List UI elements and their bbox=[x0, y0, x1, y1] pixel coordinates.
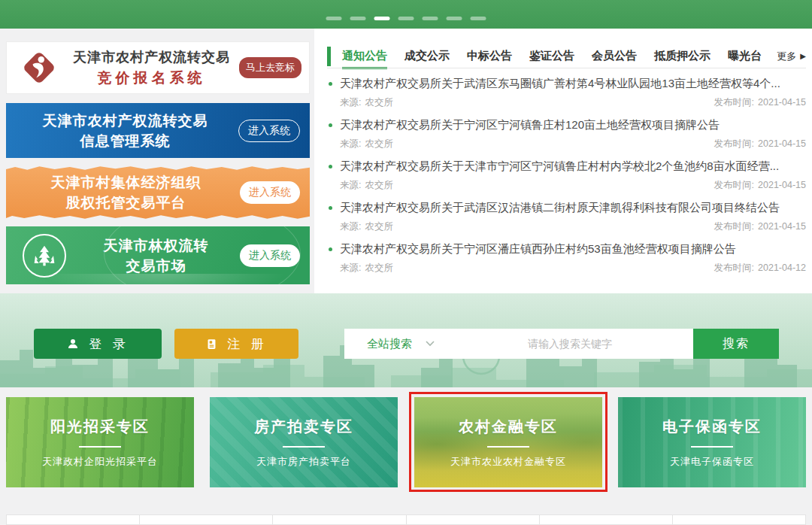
bid-panel-title-line1: 天津市农村产权流转交易 bbox=[64, 48, 239, 66]
zone-divider bbox=[487, 446, 529, 448]
notice-tab[interactable]: 通知公告 bbox=[342, 44, 387, 68]
go-bid-button[interactable]: 马上去竞标 bbox=[239, 57, 301, 78]
news-source: 来源:农交所 bbox=[340, 262, 393, 275]
notice-tabbar: 通知公告成交公示中标公告鉴证公告会员公告抵质押公示曝光台 更多 ▶ bbox=[327, 44, 806, 68]
info-panel-title: 天津市农村产权流转交易 信息管理系统 bbox=[6, 111, 238, 151]
tab-divider bbox=[327, 68, 806, 68]
news-title-link[interactable]: 天津农村产权交易所关于宁河区宁河镇鲁庄村120亩土地经营权项目摘牌公告 bbox=[327, 114, 806, 135]
homepage: 天津市农村产权流转交易 竞价报名系统 马上去竞标 天津市农村产权流转交易 信息管… bbox=[0, 0, 812, 525]
carousel-dots bbox=[326, 17, 486, 20]
news-publish-time: 发布时间:2021-04-15 bbox=[714, 138, 806, 150]
news-source: 来源:农交所 bbox=[340, 96, 393, 109]
bullet-icon bbox=[329, 206, 332, 210]
news-meta: 来源:农交所发布时间:2021-04-15 bbox=[327, 135, 806, 152]
news-source-label: 来源: bbox=[340, 138, 361, 149]
zone-divider bbox=[79, 446, 121, 448]
carousel-banner[interactable] bbox=[0, 0, 812, 29]
news-source-label: 来源: bbox=[340, 221, 361, 232]
chevron-down-icon bbox=[426, 341, 435, 347]
notice-tab[interactable]: 抵质押公示 bbox=[654, 44, 710, 68]
enter-equity-system-button[interactable]: 进入系统 bbox=[240, 181, 300, 204]
news-date: 2021-04-12 bbox=[758, 262, 806, 273]
news-item: 天津农村产权交易所关于宁河区宁河镇鲁庄村120亩土地经营权项目摘牌公告来源:农交… bbox=[327, 114, 806, 152]
footer-link-cell[interactable] bbox=[406, 514, 540, 525]
footer-link-cell[interactable] bbox=[272, 514, 406, 525]
carousel-dot[interactable] bbox=[374, 17, 390, 20]
register-label: 注 册 bbox=[227, 335, 268, 353]
zone-divider bbox=[691, 446, 733, 448]
news-item: 天津农村产权交易所关于武清区东马圈镇广善村第4号林业队园地13亩土地经营权等4个… bbox=[327, 73, 806, 111]
zone-card-rural-finance[interactable]: 农村金融专区 天津市农业农村金融专区 bbox=[414, 397, 602, 487]
equity-panel-title: 天津市村集体经济组织 股权托管交易平台 bbox=[6, 172, 240, 213]
notice-tab[interactable]: 中标公告 bbox=[467, 44, 512, 68]
info-system-panel[interactable]: 天津市农村产权流转交易 信息管理系统 进入系统 bbox=[6, 103, 310, 158]
zone-subtitle: 天津市农业农村金融专区 bbox=[450, 455, 566, 469]
notice-tabs: 通知公告成交公示中标公告鉴证公告会员公告抵质押公示曝光台 bbox=[342, 44, 762, 68]
bid-panel-title-line2: 竞价报名系统 bbox=[64, 68, 239, 88]
carousel-dot[interactable] bbox=[350, 17, 366, 20]
footer-link-cell[interactable] bbox=[672, 514, 806, 525]
search-box: 全站搜索 bbox=[344, 329, 693, 359]
bullet-icon bbox=[329, 247, 332, 251]
search-bar: 全站搜索 搜索 bbox=[344, 329, 779, 359]
zone-divider bbox=[283, 446, 325, 448]
news-publish-time: 发布时间:2021-04-15 bbox=[714, 220, 806, 233]
news-title: 天津农村产权交易所关于宁河区潘庄镇西孙庄村约53亩鱼池经营权项目摘牌公告 bbox=[340, 242, 736, 256]
zone-subtitle: 天津政村企阳光招采平台 bbox=[42, 455, 158, 469]
bid-signup-panel[interactable]: 天津市农村产权流转交易 竞价报名系统 马上去竞标 bbox=[6, 41, 310, 94]
carousel-dot[interactable] bbox=[447, 17, 462, 20]
news-time-label: 发布时间: bbox=[714, 221, 754, 232]
tabbar-accent-bar bbox=[327, 47, 331, 66]
news-publish-time: 发布时间:2021-04-15 bbox=[714, 96, 806, 109]
footer-link-cell[interactable] bbox=[539, 514, 673, 525]
brand-diamond-icon bbox=[14, 47, 64, 89]
footer-link-row bbox=[6, 514, 806, 525]
footer-link-cell[interactable] bbox=[6, 514, 140, 525]
enter-forest-market-button[interactable]: 进入系统 bbox=[240, 244, 300, 267]
more-link[interactable]: 更多 ▶ bbox=[777, 50, 806, 63]
more-label: 更多 bbox=[777, 50, 796, 63]
carousel-dot[interactable] bbox=[423, 17, 438, 20]
zone-card-sunshine-procurement[interactable]: 阳光招采专区 天津政村企阳光招采平台 bbox=[6, 397, 194, 487]
news-source-value: 农交所 bbox=[365, 138, 393, 149]
notice-tab[interactable]: 曝光台 bbox=[728, 44, 762, 68]
login-button[interactable]: 登 录 bbox=[34, 329, 162, 359]
forest-tree-icon bbox=[23, 234, 66, 278]
news-title-link[interactable]: 天津农村产权交易所关于武清区东马圈镇广善村第4号林业队园地13亩土地经营权等4个… bbox=[327, 73, 806, 94]
news-source-value: 农交所 bbox=[365, 221, 393, 232]
search-scope-dropdown[interactable]: 全站搜索 bbox=[344, 337, 447, 351]
zone-card-e-guarantee[interactable]: 电子保函专区 天津电子保函专区 bbox=[618, 397, 806, 487]
news-title-link[interactable]: 天津农村产权交易所关于武清区汉沽港镇二街村原天津凯得利科技有限公司项目终结公告 bbox=[327, 197, 806, 218]
news-date: 2021-04-15 bbox=[758, 221, 806, 232]
footer-link-cell[interactable] bbox=[139, 514, 273, 525]
zone-card-real-estate-auction[interactable]: 房产拍卖专区 天津市房产拍卖平台 bbox=[210, 397, 398, 487]
news-meta: 来源:农交所发布时间:2021-04-15 bbox=[327, 94, 806, 111]
news-title-link[interactable]: 天津农村产权交易所关于天津市宁河区宁河镇鲁庄村村内学校北2个鱼池约8亩水面经营.… bbox=[327, 156, 806, 177]
news-item: 天津农村产权交易所关于武清区汉沽港镇二街村原天津凯得利科技有限公司项目终结公告来… bbox=[327, 197, 806, 235]
news-source-label: 来源: bbox=[340, 97, 361, 108]
bullet-icon bbox=[329, 165, 332, 168]
zone-title: 阳光招采专区 bbox=[50, 417, 150, 437]
search-input[interactable] bbox=[447, 338, 693, 350]
news-item: 天津农村产权交易所关于宁河区潘庄镇西孙庄村约53亩鱼池经营权项目摘牌公告来源:农… bbox=[327, 238, 806, 276]
news-publish-time: 发布时间:2021-04-15 bbox=[714, 179, 806, 192]
news-title-link[interactable]: 天津农村产权交易所关于宁河区潘庄镇西孙庄村约53亩鱼池经营权项目摘牌公告 bbox=[327, 238, 806, 259]
carousel-dot[interactable] bbox=[471, 17, 486, 20]
bullet-icon bbox=[329, 123, 332, 127]
news-source-label: 来源: bbox=[340, 262, 361, 273]
search-button[interactable]: 搜索 bbox=[693, 329, 779, 359]
news-meta: 来源:农交所发布时间:2021-04-15 bbox=[327, 177, 806, 193]
enter-info-system-button[interactable]: 进入系统 bbox=[238, 120, 300, 142]
notice-tab[interactable]: 鉴证公告 bbox=[529, 44, 574, 68]
bid-panel-titles: 天津市农村产权流转交易 竞价报名系统 bbox=[64, 48, 239, 88]
carousel-dot[interactable] bbox=[326, 17, 342, 20]
forest-market-panel[interactable]: 天津市林权流转 交易市场 进入系统 bbox=[6, 226, 310, 284]
notice-tab[interactable]: 会员公告 bbox=[592, 44, 637, 68]
equity-platform-panel[interactable]: 天津市村集体经济组织 股权托管交易平台 进入系统 bbox=[6, 165, 310, 220]
news-source-label: 来源: bbox=[340, 180, 361, 190]
news-source: 来源:农交所 bbox=[340, 220, 393, 233]
register-button[interactable]: 注 册 bbox=[174, 329, 298, 359]
carousel-dot[interactable] bbox=[398, 17, 414, 20]
notice-tab[interactable]: 成交公示 bbox=[404, 44, 450, 68]
news-title: 天津农村产权交易所关于宁河区宁河镇鲁庄村120亩土地经营权项目摘牌公告 bbox=[340, 118, 720, 132]
